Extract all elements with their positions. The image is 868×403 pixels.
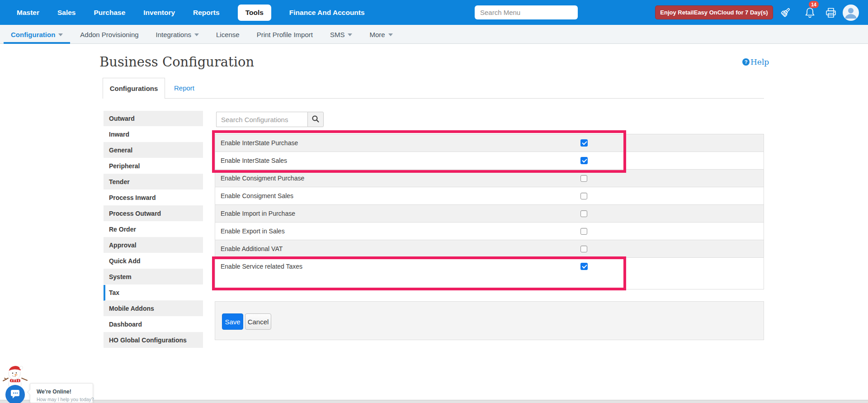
chevron-down-icon [388, 33, 393, 36]
theme-brush-icon[interactable] [778, 6, 792, 21]
subnav-item-label: Addon Provisioning [80, 31, 138, 38]
nav-item-purchase[interactable]: Purchase [94, 9, 125, 17]
sidebar-item-re-order[interactable]: Re Order [104, 222, 203, 237]
checkbox-unchecked-enable-export-in-sales[interactable] [580, 228, 587, 235]
config-row-label: Enable Consigment Sales [221, 187, 293, 204]
subnav-menu: ConfigurationAddon ProvisioningIntegrati… [11, 25, 393, 44]
sidebar-item-process-outward[interactable]: Process Outward [104, 206, 203, 222]
checkbox-checked-enable-interstate-purchase[interactable] [580, 139, 588, 147]
tab-divider [103, 98, 764, 99]
config-row-label: Enable Import in Purchase [221, 205, 295, 222]
configuration-category-list: OutwardInwardGeneralPeripheralTenderProc… [104, 111, 203, 348]
checkbox-checked-enable-service-related-taxes[interactable] [580, 263, 588, 270]
config-row-label: Enable Consigment Purchase [221, 170, 304, 187]
chat-greeting-text: How may I help you today? [37, 397, 86, 402]
sidebar-item-ho-global-configurations[interactable]: HO Global Configurations [104, 332, 203, 348]
help-link[interactable]: ? Help [742, 57, 769, 66]
config-row-enable-interstate-purchase: Enable InterState Purchase [215, 134, 764, 152]
subnav-item-sms[interactable]: SMS [330, 25, 353, 44]
main-menu: MasterSalesPurchaseInventoryReportsTools… [17, 0, 365, 25]
chevron-down-icon [58, 33, 63, 36]
configuration-options-table: Enable InterState PurchaseEnable InterSt… [215, 134, 764, 289]
sidebar-item-general[interactable]: General [104, 142, 203, 158]
config-row-enable-service-related-taxes: Enable Service related Taxes [215, 258, 764, 289]
nav-item-finance-and-accounts[interactable]: Finance And Accounts [289, 9, 365, 17]
search-icon [311, 115, 320, 124]
sidebar-item-process-inward[interactable]: Process Inward [104, 190, 203, 206]
checkbox-unchecked-enable-additional-vat[interactable] [580, 246, 587, 252]
sidebar-item-approval[interactable]: Approval [104, 237, 203, 253]
config-row-label: Enable Export in Sales [221, 223, 285, 240]
sidebar-item-dashboard[interactable]: Dashboard [104, 317, 203, 332]
sidebar-item-outward[interactable]: Outward [104, 111, 203, 127]
config-row-label: Enable InterState Sales [221, 152, 287, 169]
subnav-item-label: License [216, 31, 240, 38]
chat-status-text: We're Online! [37, 389, 86, 395]
subnav-item-integrations[interactable]: Integrations [156, 25, 199, 44]
nav-item-sales[interactable]: Sales [57, 9, 76, 17]
search-configurations-button[interactable] [307, 112, 324, 127]
sidebar-item-system[interactable]: System [104, 269, 203, 285]
sidebar-item-tax[interactable]: Tax [104, 285, 203, 301]
chat-bubble-icon [10, 389, 21, 401]
notification-badge: 14 [809, 1, 819, 8]
config-row-label: Enable InterState Purchase [221, 134, 298, 152]
sidebar-item-inward[interactable]: Inward [104, 127, 203, 142]
subnav-item-license[interactable]: License [216, 25, 240, 44]
checkbox-unchecked-enable-import-in-purchase[interactable] [580, 210, 587, 217]
nav-item-inventory[interactable]: Inventory [143, 9, 175, 17]
config-row-enable-additional-vat: Enable Additional VAT [215, 240, 764, 258]
checkbox-unchecked-enable-consigment-sales[interactable] [580, 193, 587, 199]
nav-item-master[interactable]: Master [17, 9, 39, 17]
subnav-item-more[interactable]: More [369, 25, 392, 44]
sidebar-item-quick-add[interactable]: Quick Add [104, 253, 203, 269]
help-question-icon: ? [742, 58, 750, 66]
save-button[interactable]: Save [222, 313, 243, 330]
nav-item-reports[interactable]: Reports [193, 9, 220, 17]
config-row-enable-interstate-sales: Enable InterState Sales [215, 152, 764, 170]
subnav-item-label: More [369, 31, 385, 38]
chevron-down-icon [348, 33, 352, 36]
nav-item-tools[interactable]: Tools [238, 5, 271, 21]
trial-promo-button[interactable]: Enjoy RetailEasy OnCloud for 7 Day(s) [655, 5, 773, 19]
actions-bar: Save Cancel [215, 301, 764, 340]
tab-report[interactable]: Report [174, 78, 194, 98]
print-icon[interactable] [825, 7, 837, 21]
search-menu-input[interactable] [475, 5, 578, 19]
sidebar-item-peripheral[interactable]: Peripheral [104, 158, 203, 174]
tools-subnav: ConfigurationAddon ProvisioningIntegrati… [0, 25, 868, 44]
top-navbar: MasterSalesPurchaseInventoryReportsTools… [0, 0, 868, 25]
subnav-item-label: Print Profile Import [257, 31, 313, 38]
config-row-enable-export-in-sales: Enable Export in Sales [215, 223, 764, 240]
config-row-enable-consigment-purchase: Enable Consigment Purchase [215, 170, 764, 187]
checkbox-checked-enable-interstate-sales[interactable] [580, 157, 588, 164]
chevron-down-icon [194, 33, 199, 36]
subnav-item-label: SMS [330, 31, 345, 38]
subnav-item-label: Configuration [11, 31, 55, 38]
user-avatar[interactable] [843, 5, 859, 21]
checkbox-unchecked-enable-consigment-purchase[interactable] [580, 175, 587, 182]
config-row-enable-consigment-sales: Enable Consigment Sales [215, 187, 764, 205]
subnav-item-addon-provisioning[interactable]: Addon Provisioning [80, 25, 138, 44]
config-row-label: Enable Additional VAT [221, 240, 283, 257]
config-row-enable-import-in-purchase: Enable Import in Purchase [215, 205, 764, 223]
configuration-search [216, 112, 324, 127]
page-title: Business Configuration [99, 54, 254, 70]
chat-status-tooltip: We're Online! How may I help you today? [30, 383, 93, 403]
help-label: Help [750, 57, 769, 66]
page-bottom-edge [0, 400, 868, 403]
subnav-item-configuration[interactable]: Configuration [11, 25, 63, 44]
config-row-label: Enable Service related Taxes [221, 258, 302, 275]
sidebar-item-mobile-addons[interactable]: Mobile Addons [104, 301, 203, 317]
live-chat-button[interactable] [5, 385, 25, 403]
cancel-button[interactable]: Cancel [245, 313, 271, 330]
subnav-item-print-profile-import[interactable]: Print Profile Import [257, 25, 313, 44]
tab-configurations[interactable]: Configurations [103, 78, 165, 99]
notifications-bell-icon[interactable] [804, 6, 816, 21]
subnav-item-label: Integrations [156, 31, 191, 38]
sidebar-item-tender[interactable]: Tender [104, 174, 203, 190]
search-configurations-input[interactable] [216, 112, 307, 127]
